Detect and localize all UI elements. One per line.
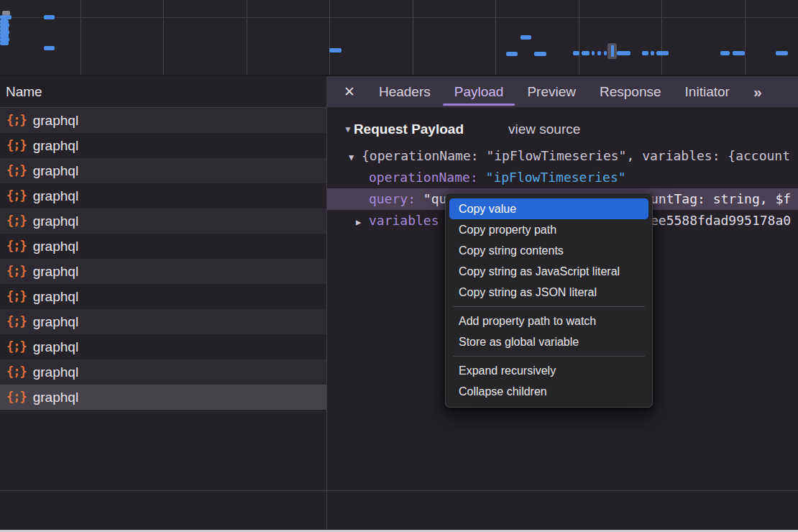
timeline-gridline [329, 0, 330, 75]
property-value-start: "qu [423, 191, 447, 206]
timeline-request-bar [573, 51, 579, 55]
timeline-gridline [163, 0, 164, 75]
fetch-json-icon: {;} [6, 391, 27, 403]
timeline-gridline [745, 0, 746, 75]
request-row[interactable]: {;}graphql [0, 234, 326, 259]
menu-item-copy-value[interactable]: Copy value [449, 198, 648, 219]
fetch-json-icon: {;} [6, 265, 27, 278]
section-expander-icon[interactable]: ▼ [344, 124, 352, 134]
tab-initiator[interactable]: Initiator [685, 76, 730, 108]
timeline-request-bar [44, 15, 55, 19]
request-name-label: graphql [33, 214, 78, 229]
timeline-request-bar [733, 51, 745, 55]
fetch-json-icon: {;} [6, 215, 27, 227]
request-row[interactable]: {;}graphql [0, 385, 326, 410]
timeline-request-bar [617, 51, 630, 55]
request-payload-section-header: ▼ Request Payload view source [327, 108, 798, 145]
request-row[interactable]: {;}graphql [0, 108, 326, 133]
timeline-gridline [247, 0, 247, 75]
menu-separator [453, 306, 645, 307]
request-name-label: graphql [33, 289, 78, 305]
payload-operationname-row[interactable]: operationName: "ipFlowTimeseries" [327, 167, 798, 188]
tab-headers[interactable]: Headers [379, 76, 431, 108]
fetch-json-icon: {;} [6, 290, 27, 303]
request-name-label: graphql [33, 239, 78, 254]
tab-response[interactable]: Response [600, 76, 661, 108]
name-column-label: Name [6, 84, 42, 100]
request-name-label: graphql [33, 339, 78, 355]
fetch-json-icon: {;} [6, 366, 27, 378]
property-preview-fragment: ee5588fdad995178a0 [651, 210, 791, 231]
request-name-label: graphql [33, 188, 78, 204]
request-list: {;}graphql{;}graphql{;}graphql{;}graphql… [0, 108, 326, 410]
request-row[interactable]: {;}graphql [0, 259, 326, 284]
request-row[interactable]: {;}graphql [0, 359, 326, 385]
request-row[interactable]: {;}graphql [0, 284, 326, 309]
menu-item-expand-recursively[interactable]: Expand recursively [446, 360, 652, 381]
request-name-label: graphql [33, 390, 78, 405]
request-name-label: graphql [33, 314, 78, 330]
detail-tabbar: ✕ HeadersPayloadPreviewResponseInitiator… [327, 76, 798, 108]
network-overview-timeline[interactable] [0, 0, 798, 76]
timeline-request-bar [44, 46, 55, 50]
timeline-request-bar [720, 51, 730, 55]
property-key: variables [369, 213, 439, 228]
timeline-gridline [579, 0, 579, 75]
timeline-hover-marker-bar [611, 45, 614, 57]
request-name-label: graphql [33, 113, 78, 129]
expand-arrow-icon[interactable]: ▼ [349, 147, 362, 168]
section-title: Request Payload [354, 121, 464, 137]
timeline-request-bar [604, 51, 607, 55]
menu-separator [453, 356, 645, 357]
tab-preview[interactable]: Preview [527, 76, 576, 108]
more-tabs-icon[interactable]: ›› [753, 83, 761, 101]
menu-item-collapse-children[interactable]: Collapse children [446, 381, 652, 402]
timeline-request-bar [506, 52, 518, 56]
timeline-request-bar [592, 51, 595, 55]
timeline-request-bar [582, 51, 590, 55]
fetch-json-icon: {;} [6, 139, 27, 152]
request-row[interactable]: {;}graphql [0, 183, 326, 208]
timeline-request-bar [776, 51, 788, 55]
root-object-preview: {operationName: "ipFlowTimeseries", vari… [362, 148, 790, 163]
request-row[interactable]: {;}graphql [0, 208, 326, 234]
property-value-fragment: untTag: string, $f [651, 188, 791, 210]
request-row[interactable]: {;}graphql [0, 133, 326, 158]
menu-item-copy-string-contents[interactable]: Copy string contents [446, 240, 652, 261]
timeline-request-bar [656, 51, 669, 55]
fetch-json-icon: {;} [6, 190, 27, 202]
tabs-container: HeadersPayloadPreviewResponseInitiator [379, 76, 730, 108]
collapse-arrow-icon[interactable]: ▶ [356, 211, 369, 233]
timeline-request-bar [597, 51, 601, 55]
payload-root-row[interactable]: ▼{operationName: "ipFlowTimeseries", var… [327, 145, 798, 167]
menu-item-store-as-global-variable[interactable]: Store as global variable [446, 331, 652, 352]
close-icon[interactable]: ✕ [344, 85, 355, 98]
summary-bar-divider [0, 490, 798, 491]
timeline-gridline [661, 0, 662, 75]
timeline-request-bar [329, 48, 341, 52]
request-name-label: graphql [33, 163, 78, 179]
request-row[interactable]: {;}graphql [0, 309, 326, 334]
devtools-network-panel: Name {;}graphql{;}graphql{;}graphql{;}gr… [0, 0, 798, 532]
timeline-hover-marker [607, 43, 617, 59]
timeline-gridline [495, 0, 496, 75]
fetch-json-icon: {;} [6, 114, 27, 127]
timeline-request-bar [651, 51, 654, 55]
property-value: "ipFlowTimeseries" [486, 170, 626, 185]
name-column-header[interactable]: Name [0, 76, 326, 108]
menu-item-copy-string-as-javascript-literal[interactable]: Copy string as JavaScript literal [446, 261, 652, 282]
fetch-json-icon: {;} [6, 316, 27, 328]
menu-item-copy-string-as-json-literal[interactable]: Copy string as JSON literal [446, 282, 652, 303]
menu-item-copy-property-path[interactable]: Copy property path [446, 219, 652, 240]
request-name-label: graphql [33, 138, 78, 154]
tab-payload[interactable]: Payload [454, 76, 504, 108]
menu-item-add-property-path-to-watch[interactable]: Add property path to watch [446, 311, 652, 331]
view-source-link[interactable]: view source [508, 121, 580, 137]
request-row[interactable]: {;}graphql [0, 334, 326, 359]
request-row[interactable]: {;}graphql [0, 158, 326, 183]
property-key: operationName: [369, 170, 486, 185]
timeline-request-bar [520, 35, 531, 40]
fetch-json-icon: {;} [6, 341, 27, 353]
timeline-gridline [81, 0, 81, 75]
timeline-request-bar [642, 51, 648, 55]
